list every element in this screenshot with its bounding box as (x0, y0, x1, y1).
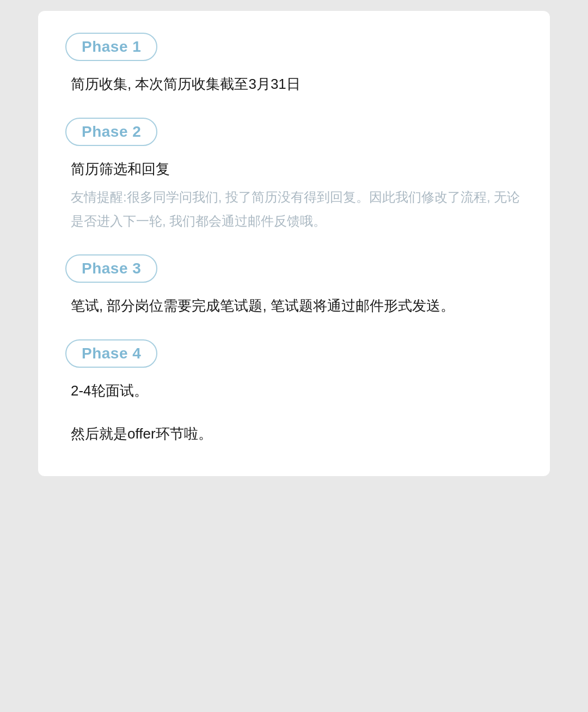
phase-2-badge: Phase 2 (65, 118, 157, 146)
phase-4-label: Phase 4 (82, 345, 141, 362)
phase-2-subtext: 友情提醒:很多同学问我们, 投了简历没有得到回复。因此我们修改了流程, 无论是否… (71, 185, 523, 232)
phase-4-section: Phase 4 2-4轮面试。 (65, 339, 523, 403)
phase-4-text: 2-4轮面试。 (71, 379, 523, 403)
phase-3-section: Phase 3 笔试, 部分岗位需要完成笔试题, 笔试题将通过邮件形式发送。 (65, 254, 523, 318)
phase-1-section: Phase 1 简历收集, 本次简历收集截至3月31日 (65, 33, 523, 96)
main-card: Phase 1 简历收集, 本次简历收集截至3月31日 Phase 2 简历筛选… (38, 11, 550, 476)
phase-1-label: Phase 1 (82, 38, 141, 55)
phase-1-badge: Phase 1 (65, 33, 157, 61)
phase-1-text: 简历收集, 本次简历收集截至3月31日 (71, 72, 523, 96)
phase-2-text: 简历筛选和回复 (71, 157, 523, 181)
phase-2-section: Phase 2 简历筛选和回复 友情提醒:很多同学问我们, 投了简历没有得到回复… (65, 118, 523, 233)
phase-3-text: 笔试, 部分岗位需要完成笔试题, 笔试题将通过邮件形式发送。 (71, 294, 523, 318)
footer-text: 然后就是offer环节啦。 (71, 424, 523, 443)
phase-3-label: Phase 3 (82, 260, 141, 277)
phase-2-label: Phase 2 (82, 123, 141, 140)
phase-4-badge: Phase 4 (65, 339, 157, 368)
phase-3-badge: Phase 3 (65, 254, 157, 283)
